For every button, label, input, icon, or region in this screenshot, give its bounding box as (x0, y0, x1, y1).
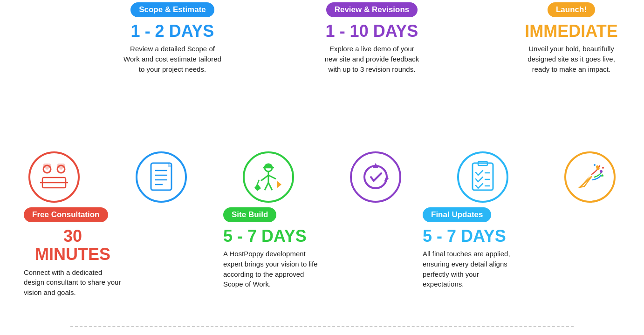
timeline-line (70, 326, 574, 327)
svg-marker-7 (59, 168, 63, 170)
document-icon (147, 161, 175, 193)
col-final-updates: Final Updates 5 - 7 DAYS All final touch… (423, 207, 521, 333)
bottom-row: Free Consultation 30 MINUTES Connect wit… (24, 207, 620, 333)
svg-line-16 (261, 175, 268, 181)
circle-build (243, 151, 294, 203)
timeline-section: ★ ★ (24, 151, 620, 203)
time-scope-estimate: 1 - 2 DAYS (131, 22, 214, 41)
svg-line-17 (268, 175, 276, 179)
svg-rect-6 (57, 164, 65, 168)
col-scope-estimate: Scope & Estimate 1 - 2 DAYS Review a det… (123, 2, 221, 147)
badge-free-consultation: Free Consultation (24, 207, 108, 222)
badge-review-revisions: Review & Revisions (326, 2, 418, 17)
col-launch: Launch! IMMEDIATE Unveil your bold, beau… (522, 2, 620, 147)
svg-marker-31 (580, 176, 592, 187)
circle-col-1 (24, 151, 84, 203)
desc-scope-estimate: Review a detailed Scope of Work and cost… (123, 44, 221, 74)
circle-col-3 (238, 151, 299, 203)
badge-final-updates: Final Updates (423, 207, 491, 222)
revisions-icon (360, 161, 391, 193)
badge-launch: Launch! (548, 2, 595, 17)
svg-line-19 (268, 183, 272, 190)
col-site-build: Site Build 5 - 7 DAYS A HostPoppy develo… (223, 207, 321, 333)
time-free-consultation: 30 MINUTES (24, 227, 122, 264)
svg-point-34 (602, 167, 604, 169)
desc-final-updates: All final touches are applied, ensuring … (423, 249, 521, 289)
desc-launch: Unveil your bold, beautifully designed s… (522, 44, 620, 74)
svg-marker-21 (254, 185, 261, 191)
launch-icon: ★ ★ (574, 161, 606, 193)
desc-free-consultation: Connect with a dedicated design consulta… (24, 267, 122, 298)
svg-marker-22 (277, 181, 281, 188)
svg-line-18 (265, 183, 268, 190)
circle-scope (136, 151, 187, 203)
badge-site-build: Site Build (223, 207, 276, 222)
col-free-consultation: Free Consultation 30 MINUTES Connect wit… (24, 207, 122, 333)
svg-rect-4 (43, 164, 51, 168)
time-launch: IMMEDIATE (525, 22, 617, 41)
desc-site-build: A HostPoppy development expert brings yo… (223, 249, 321, 289)
circle-col-5 (452, 151, 513, 203)
time-review-revisions: 1 - 10 DAYS (326, 22, 418, 41)
top-row: Scope & Estimate 1 - 2 DAYS Review a det… (24, 2, 620, 147)
main-container: Scope & Estimate 1 - 2 DAYS Review a det… (10, 0, 634, 335)
time-site-build: 5 - 7 DAYS (223, 227, 307, 246)
desc-review-revisions: Explore a live demo of your new site and… (323, 44, 421, 74)
circle-checklist (457, 151, 508, 203)
svg-text:★: ★ (596, 165, 601, 172)
time-final-updates: 5 - 7 DAYS (423, 227, 506, 246)
circle-launch: ★ ★ (564, 151, 616, 203)
badge-scope-estimate: Scope & Estimate (130, 2, 214, 17)
build-icon (253, 161, 284, 193)
consultation-icon (38, 161, 70, 193)
circle-col-2 (131, 151, 192, 203)
circles-row: ★ ★ (24, 151, 620, 203)
circle-col-4 (345, 151, 406, 203)
svg-marker-5 (45, 168, 49, 170)
circle-col-6: ★ ★ (560, 151, 620, 203)
checklist-icon (469, 161, 497, 193)
circle-revisions (350, 151, 401, 203)
circle-consultation (28, 151, 80, 203)
svg-text:★: ★ (600, 173, 604, 178)
col-review-revisions: Review & Revisions 1 - 10 DAYS Explore a… (323, 2, 421, 147)
